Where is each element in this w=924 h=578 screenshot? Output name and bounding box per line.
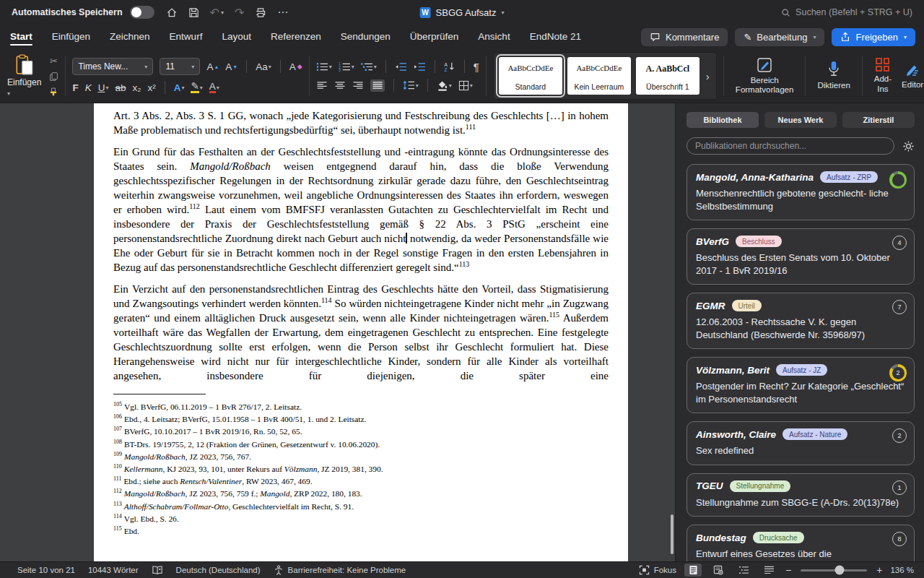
share-button[interactable]: Freigeben ▾	[832, 28, 915, 46]
editor-button[interactable]: Editor	[897, 61, 924, 90]
reference-card[interactable]: Ainsworth, ClaireAufsatz - NatureSex red…	[687, 421, 915, 465]
align-center-button[interactable]	[334, 81, 346, 90]
tab-entwurf[interactable]: Entwurf	[170, 25, 203, 48]
format-painter-button[interactable]	[48, 87, 58, 96]
endnote-tab-neues-werk[interactable]: Neues Werk	[764, 112, 837, 128]
citation-count: 2	[897, 432, 901, 439]
text-effects-button[interactable]: A▾	[174, 82, 185, 93]
document-scrollbar-thumb[interactable]	[671, 514, 674, 554]
shading-button[interactable]: ▾	[437, 80, 452, 91]
svg-text:Z: Z	[444, 67, 447, 72]
tab-endnote-21[interactable]: EndNote 21	[530, 25, 581, 48]
print-icon[interactable]	[255, 7, 266, 18]
tab-überprüfen[interactable]: Überprüfen	[410, 25, 459, 48]
save-icon[interactable]	[188, 7, 199, 18]
word-count[interactable]: 10443 Wörter	[88, 566, 139, 574]
superscript-button[interactable]: x²	[147, 82, 155, 93]
draft-view-button[interactable]	[760, 564, 777, 577]
outline-view-button[interactable]	[735, 564, 752, 577]
web-layout-view-button[interactable]	[710, 564, 727, 577]
share-icon	[840, 32, 850, 42]
paste-button[interactable]: Einfügen ▾	[7, 54, 41, 98]
reference-card[interactable]: EGMRUrteil12.06.2003 - Rechtssache V. K.…	[687, 293, 915, 349]
endnote-tab-bibliothek[interactable]: Bibliothek	[687, 112, 759, 128]
grow-font-button[interactable]: A▲	[206, 61, 219, 72]
line-spacing-button[interactable]: ▾	[403, 80, 419, 90]
style-card-überschrift-1[interactable]: A. AaBbCclÜberschrift 1	[636, 57, 699, 95]
font-name-select[interactable]: Times New...▾	[72, 58, 153, 75]
search-field[interactable]: Suchen (Befehl + STRG + U)	[781, 7, 912, 17]
accessibility-status[interactable]: Barrierefreiheit: Keine Probleme	[274, 565, 406, 576]
sort-button[interactable]: AZ	[444, 61, 456, 72]
shrink-font-button[interactable]: A▼	[225, 61, 237, 72]
zoom-percentage[interactable]: 136 %	[890, 566, 914, 574]
align-left-button[interactable]	[316, 81, 328, 90]
tab-layout[interactable]: Layout	[222, 25, 251, 48]
reference-author: Bundestag	[696, 532, 746, 543]
comments-button[interactable]: Kommentare	[641, 28, 728, 46]
highlight-color-button[interactable]: ✎▾	[191, 82, 202, 94]
focus-mode-button[interactable]: Fokus	[639, 565, 676, 575]
citation-count-circle: 8	[892, 532, 907, 546]
zoom-slider-thumb[interactable]	[834, 566, 844, 575]
reference-card[interactable]: BVerfGBeschlussBeschluss des Ersten Sena…	[687, 228, 915, 285]
reference-card[interactable]: Völzmann, BeritAufsatz - JZPostgender im…	[687, 357, 915, 413]
language-indicator[interactable]: Deutsch (Deutschland)	[176, 566, 261, 574]
align-right-button[interactable]	[352, 81, 364, 90]
increase-indent-button[interactable]	[414, 62, 426, 72]
underline-button[interactable]: U▾	[98, 82, 109, 93]
tab-referenzen[interactable]: Referenzen	[271, 25, 321, 48]
zoom-out-button[interactable]: −	[785, 564, 791, 576]
redo-icon[interactable]: ↷	[235, 6, 244, 20]
reference-card[interactable]: TGEUStellungnahmeStellungnahme zum SBGG-…	[687, 473, 915, 517]
show-paragraph-marks-button[interactable]: ¶	[474, 61, 479, 73]
tab-ansicht[interactable]: Ansicht	[478, 25, 510, 48]
style-card-standard[interactable]: AaBbCcDdEeStandard	[499, 57, 562, 95]
style-card-kein-leerraum[interactable]: AaBbCcDdEeKein Leerraum	[567, 57, 631, 95]
document-paragraph: Ein Verzicht auf den personenstandsrecht…	[113, 282, 609, 383]
font-size-select[interactable]: 11▾	[160, 58, 200, 75]
numbering-button[interactable]: 123 ▾	[339, 62, 354, 72]
strikethrough-button[interactable]: ab	[115, 82, 126, 93]
bold-button[interactable]: F	[72, 82, 78, 93]
proofing-icon[interactable]	[152, 565, 163, 575]
print-layout-view-button[interactable]	[684, 564, 702, 577]
tab-start[interactable]: Start	[10, 25, 32, 48]
home-icon[interactable]	[166, 7, 178, 18]
style-sample: AaBbCcDdEe	[576, 64, 622, 72]
subscript-button[interactable]: x₂	[132, 82, 141, 93]
reference-title: Sex redefined	[696, 444, 905, 457]
editing-mode-button[interactable]: ✎ Bearbeitung ▾	[735, 28, 824, 46]
more-commands-icon[interactable]: ⋯	[277, 6, 289, 19]
undo-icon[interactable]: ↶▾	[210, 6, 224, 20]
multilevel-list-button[interactable]: ▾	[361, 62, 377, 72]
reference-card[interactable]: BundestagDrucksacheEntwurf eines Gesetze…	[687, 525, 915, 561]
tab-einfügen[interactable]: Einfügen	[52, 25, 90, 48]
cut-button[interactable]: ✂	[50, 56, 58, 66]
page-indicator[interactable]: Seite 10 von 21	[17, 566, 75, 574]
bullets-button[interactable]: ▾	[316, 62, 332, 72]
font-color-button[interactable]: A▾	[209, 82, 219, 94]
publications-search-input[interactable]	[687, 137, 894, 155]
autosave-toggle[interactable]	[130, 6, 154, 19]
zoom-in-button[interactable]: +	[876, 564, 882, 576]
clear-formatting-button[interactable]: A◆	[289, 61, 302, 72]
addins-button[interactable]: Add-Ins	[869, 58, 897, 93]
document-title[interactable]: W SBGG Aufsatz ▾	[420, 7, 505, 18]
copy-button[interactable]	[49, 72, 58, 82]
dictate-button[interactable]: Diktieren	[812, 61, 855, 90]
borders-button[interactable]: ▾	[458, 80, 473, 91]
justify-button[interactable]	[370, 79, 385, 92]
styles-gallery-more-button[interactable]: ›	[705, 70, 711, 82]
change-case-button[interactable]: Aa▾	[256, 61, 271, 72]
italic-button[interactable]: K	[85, 82, 92, 93]
tab-sendungen[interactable]: Sendungen	[341, 25, 391, 48]
zoom-slider[interactable]	[801, 569, 867, 571]
decrease-indent-button[interactable]	[395, 62, 407, 72]
reference-card[interactable]: Mangold, Anna-KatharinaAufsatz - ZRPMens…	[687, 164, 915, 220]
document-page[interactable]: Art. 3 Abs. 2, Abs. 3 S. 1 GG, wonach „j…	[94, 103, 628, 561]
gear-icon[interactable]	[902, 140, 915, 152]
tab-zeichnen[interactable]: Zeichnen	[110, 25, 150, 48]
endnote-tab-zitierstil[interactable]: Zitierstil	[842, 112, 915, 128]
styles-pane-button[interactable]: Bereich Formatvorlagen	[731, 57, 799, 95]
